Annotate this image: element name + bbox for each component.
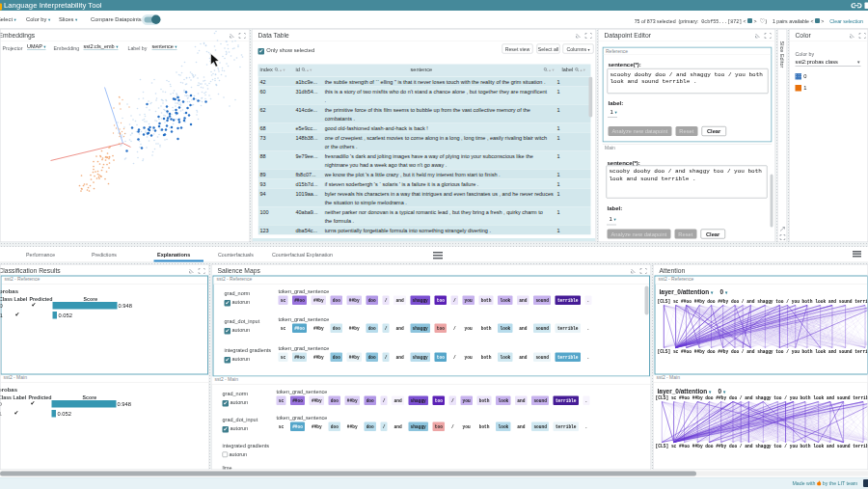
svg-text:[CLS] sc ##oo ##by doo ##by do: [CLS] sc ##oo ##by doo ##by doo / and sh… [656,395,868,400]
svg-text:[CLS] sc ##oo ##by doo ##by do: [CLS] sc ##oo ##by doo ##by doo / and sh… [658,349,868,354]
svg-text:[CLS] sc ##oo ##by doo ##by do: [CLS] sc ##oo ##by doo ##by doo / and sh… [658,299,868,304]
svg-text:[CLS] sc ##oo ##by doo ##by do: [CLS] sc ##oo ##by doo ##by doo / and sh… [656,444,868,448]
